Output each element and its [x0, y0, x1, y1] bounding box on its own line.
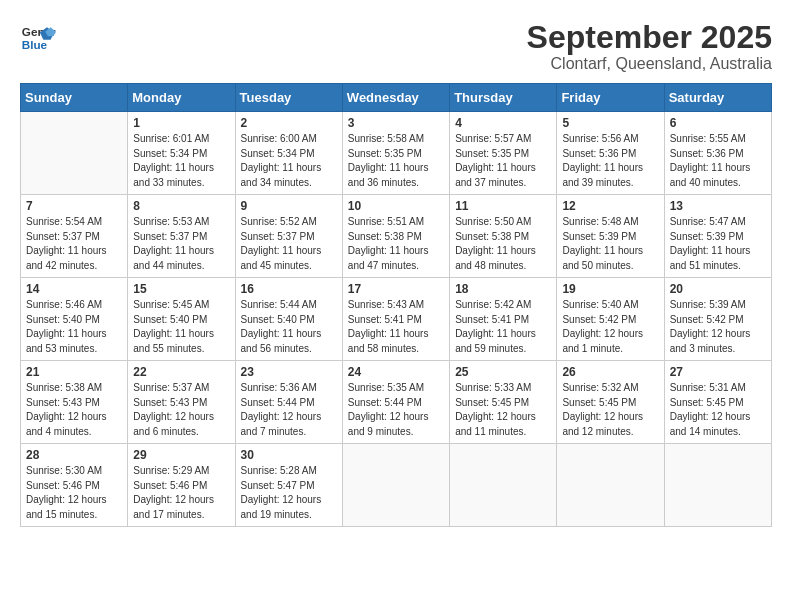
calendar-cell: 17Sunrise: 5:43 AM Sunset: 5:41 PM Dayli… — [342, 278, 449, 361]
calendar-header: SundayMondayTuesdayWednesdayThursdayFrid… — [21, 84, 772, 112]
calendar-cell: 16Sunrise: 5:44 AM Sunset: 5:40 PM Dayli… — [235, 278, 342, 361]
day-number: 24 — [348, 365, 444, 379]
calendar-cell: 15Sunrise: 5:45 AM Sunset: 5:40 PM Dayli… — [128, 278, 235, 361]
day-info: Sunrise: 5:56 AM Sunset: 5:36 PM Dayligh… — [562, 132, 658, 190]
day-info: Sunrise: 5:46 AM Sunset: 5:40 PM Dayligh… — [26, 298, 122, 356]
calendar-cell — [21, 112, 128, 195]
calendar-cell: 8Sunrise: 5:53 AM Sunset: 5:37 PM Daylig… — [128, 195, 235, 278]
calendar-cell: 10Sunrise: 5:51 AM Sunset: 5:38 PM Dayli… — [342, 195, 449, 278]
day-number: 30 — [241, 448, 337, 462]
day-number: 20 — [670, 282, 766, 296]
calendar-cell: 13Sunrise: 5:47 AM Sunset: 5:39 PM Dayli… — [664, 195, 771, 278]
calendar-cell: 21Sunrise: 5:38 AM Sunset: 5:43 PM Dayli… — [21, 361, 128, 444]
calendar-week-4: 21Sunrise: 5:38 AM Sunset: 5:43 PM Dayli… — [21, 361, 772, 444]
calendar-week-5: 28Sunrise: 5:30 AM Sunset: 5:46 PM Dayli… — [21, 444, 772, 527]
title-block: September 2025 Clontarf, Queensland, Aus… — [527, 20, 772, 73]
day-info: Sunrise: 5:29 AM Sunset: 5:46 PM Dayligh… — [133, 464, 229, 522]
day-number: 6 — [670, 116, 766, 130]
day-info: Sunrise: 5:40 AM Sunset: 5:42 PM Dayligh… — [562, 298, 658, 356]
calendar-cell: 27Sunrise: 5:31 AM Sunset: 5:45 PM Dayli… — [664, 361, 771, 444]
day-info: Sunrise: 5:50 AM Sunset: 5:38 PM Dayligh… — [455, 215, 551, 273]
location-subtitle: Clontarf, Queensland, Australia — [527, 55, 772, 73]
day-number: 7 — [26, 199, 122, 213]
calendar-cell: 4Sunrise: 5:57 AM Sunset: 5:35 PM Daylig… — [450, 112, 557, 195]
day-info: Sunrise: 5:39 AM Sunset: 5:42 PM Dayligh… — [670, 298, 766, 356]
day-info: Sunrise: 5:53 AM Sunset: 5:37 PM Dayligh… — [133, 215, 229, 273]
calendar-cell: 19Sunrise: 5:40 AM Sunset: 5:42 PM Dayli… — [557, 278, 664, 361]
day-number: 29 — [133, 448, 229, 462]
day-number: 10 — [348, 199, 444, 213]
day-info: Sunrise: 5:45 AM Sunset: 5:40 PM Dayligh… — [133, 298, 229, 356]
day-number: 2 — [241, 116, 337, 130]
day-info: Sunrise: 6:01 AM Sunset: 5:34 PM Dayligh… — [133, 132, 229, 190]
day-number: 9 — [241, 199, 337, 213]
calendar-cell: 11Sunrise: 5:50 AM Sunset: 5:38 PM Dayli… — [450, 195, 557, 278]
calendar-cell — [342, 444, 449, 527]
weekday-header-monday: Monday — [128, 84, 235, 112]
day-number: 13 — [670, 199, 766, 213]
day-info: Sunrise: 5:54 AM Sunset: 5:37 PM Dayligh… — [26, 215, 122, 273]
day-info: Sunrise: 5:35 AM Sunset: 5:44 PM Dayligh… — [348, 381, 444, 439]
day-info: Sunrise: 5:51 AM Sunset: 5:38 PM Dayligh… — [348, 215, 444, 273]
day-info: Sunrise: 5:38 AM Sunset: 5:43 PM Dayligh… — [26, 381, 122, 439]
day-info: Sunrise: 5:43 AM Sunset: 5:41 PM Dayligh… — [348, 298, 444, 356]
calendar-cell: 6Sunrise: 5:55 AM Sunset: 5:36 PM Daylig… — [664, 112, 771, 195]
day-number: 28 — [26, 448, 122, 462]
day-info: Sunrise: 5:42 AM Sunset: 5:41 PM Dayligh… — [455, 298, 551, 356]
calendar-cell: 30Sunrise: 5:28 AM Sunset: 5:47 PM Dayli… — [235, 444, 342, 527]
calendar-cell: 1Sunrise: 6:01 AM Sunset: 5:34 PM Daylig… — [128, 112, 235, 195]
day-info: Sunrise: 6:00 AM Sunset: 5:34 PM Dayligh… — [241, 132, 337, 190]
weekday-header-thursday: Thursday — [450, 84, 557, 112]
logo: General Blue — [20, 20, 56, 56]
calendar-cell: 18Sunrise: 5:42 AM Sunset: 5:41 PM Dayli… — [450, 278, 557, 361]
day-number: 14 — [26, 282, 122, 296]
calendar-cell: 5Sunrise: 5:56 AM Sunset: 5:36 PM Daylig… — [557, 112, 664, 195]
calendar-cell: 28Sunrise: 5:30 AM Sunset: 5:46 PM Dayli… — [21, 444, 128, 527]
calendar-cell: 25Sunrise: 5:33 AM Sunset: 5:45 PM Dayli… — [450, 361, 557, 444]
day-info: Sunrise: 5:31 AM Sunset: 5:45 PM Dayligh… — [670, 381, 766, 439]
day-number: 25 — [455, 365, 551, 379]
day-info: Sunrise: 5:48 AM Sunset: 5:39 PM Dayligh… — [562, 215, 658, 273]
day-info: Sunrise: 5:58 AM Sunset: 5:35 PM Dayligh… — [348, 132, 444, 190]
calendar-cell — [450, 444, 557, 527]
calendar-body: 1Sunrise: 6:01 AM Sunset: 5:34 PM Daylig… — [21, 112, 772, 527]
day-info: Sunrise: 5:28 AM Sunset: 5:47 PM Dayligh… — [241, 464, 337, 522]
calendar-cell — [557, 444, 664, 527]
day-info: Sunrise: 5:36 AM Sunset: 5:44 PM Dayligh… — [241, 381, 337, 439]
page-header: General Blue September 2025 Clontarf, Qu… — [20, 20, 772, 73]
weekday-header-sunday: Sunday — [21, 84, 128, 112]
day-number: 5 — [562, 116, 658, 130]
weekday-header-saturday: Saturday — [664, 84, 771, 112]
calendar-cell: 22Sunrise: 5:37 AM Sunset: 5:43 PM Dayli… — [128, 361, 235, 444]
day-info: Sunrise: 5:55 AM Sunset: 5:36 PM Dayligh… — [670, 132, 766, 190]
month-title: September 2025 — [527, 20, 772, 55]
day-info: Sunrise: 5:37 AM Sunset: 5:43 PM Dayligh… — [133, 381, 229, 439]
calendar-week-1: 1Sunrise: 6:01 AM Sunset: 5:34 PM Daylig… — [21, 112, 772, 195]
day-info: Sunrise: 5:33 AM Sunset: 5:45 PM Dayligh… — [455, 381, 551, 439]
calendar-cell: 29Sunrise: 5:29 AM Sunset: 5:46 PM Dayli… — [128, 444, 235, 527]
day-info: Sunrise: 5:30 AM Sunset: 5:46 PM Dayligh… — [26, 464, 122, 522]
day-number: 1 — [133, 116, 229, 130]
calendar-cell: 23Sunrise: 5:36 AM Sunset: 5:44 PM Dayli… — [235, 361, 342, 444]
weekday-header-wednesday: Wednesday — [342, 84, 449, 112]
calendar-cell: 12Sunrise: 5:48 AM Sunset: 5:39 PM Dayli… — [557, 195, 664, 278]
day-info: Sunrise: 5:47 AM Sunset: 5:39 PM Dayligh… — [670, 215, 766, 273]
day-info: Sunrise: 5:52 AM Sunset: 5:37 PM Dayligh… — [241, 215, 337, 273]
calendar-cell: 3Sunrise: 5:58 AM Sunset: 5:35 PM Daylig… — [342, 112, 449, 195]
day-number: 3 — [348, 116, 444, 130]
day-number: 17 — [348, 282, 444, 296]
day-number: 27 — [670, 365, 766, 379]
day-info: Sunrise: 5:57 AM Sunset: 5:35 PM Dayligh… — [455, 132, 551, 190]
calendar-cell: 20Sunrise: 5:39 AM Sunset: 5:42 PM Dayli… — [664, 278, 771, 361]
day-number: 19 — [562, 282, 658, 296]
day-info: Sunrise: 5:44 AM Sunset: 5:40 PM Dayligh… — [241, 298, 337, 356]
day-number: 15 — [133, 282, 229, 296]
calendar-week-3: 14Sunrise: 5:46 AM Sunset: 5:40 PM Dayli… — [21, 278, 772, 361]
day-info: Sunrise: 5:32 AM Sunset: 5:45 PM Dayligh… — [562, 381, 658, 439]
calendar-cell: 26Sunrise: 5:32 AM Sunset: 5:45 PM Dayli… — [557, 361, 664, 444]
calendar-cell: 7Sunrise: 5:54 AM Sunset: 5:37 PM Daylig… — [21, 195, 128, 278]
calendar-cell — [664, 444, 771, 527]
calendar-cell: 2Sunrise: 6:00 AM Sunset: 5:34 PM Daylig… — [235, 112, 342, 195]
weekday-header-row: SundayMondayTuesdayWednesdayThursdayFrid… — [21, 84, 772, 112]
calendar-cell: 9Sunrise: 5:52 AM Sunset: 5:37 PM Daylig… — [235, 195, 342, 278]
